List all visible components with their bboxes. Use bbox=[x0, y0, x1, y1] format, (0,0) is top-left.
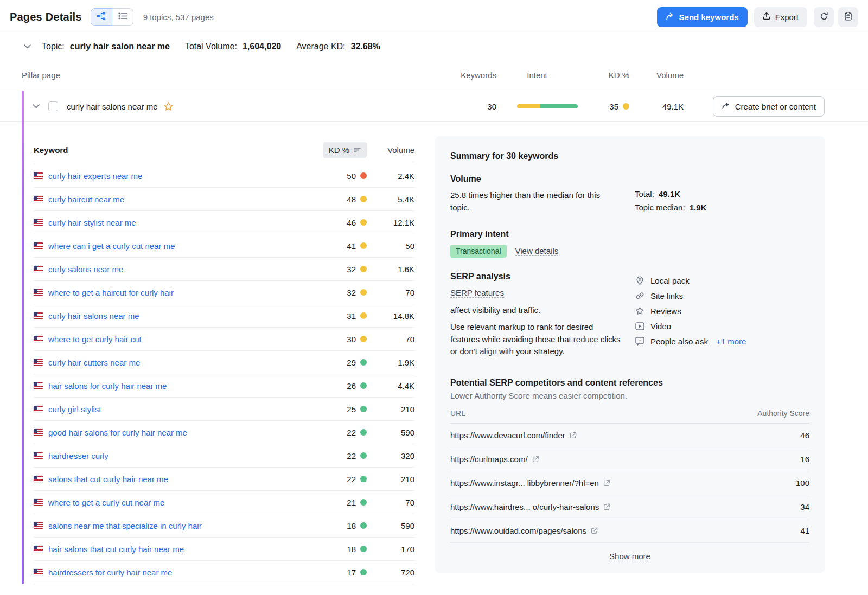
average-kd-label: Average KD: bbox=[296, 42, 345, 52]
kd-value: 31 bbox=[347, 311, 356, 321]
serp-features-link[interactable]: SERP features bbox=[450, 288, 504, 298]
serp-feature-item: ? People also ask +1 more bbox=[635, 334, 746, 349]
pillar-page-column-header[interactable]: Pillar page bbox=[22, 71, 60, 80]
volume-column-header-kw: Volume bbox=[367, 145, 414, 155]
volume-value: 5.4K bbox=[367, 195, 414, 204]
keyword-link[interactable]: hair salons for curly hair near me bbox=[48, 381, 167, 391]
kd-value: 21 bbox=[347, 498, 356, 507]
kd-value: 32 bbox=[347, 288, 356, 297]
sort-descending-icon bbox=[354, 145, 361, 155]
pillar-expand-chevron[interactable] bbox=[31, 103, 41, 110]
us-flag-icon bbox=[34, 429, 43, 436]
serp-description: Use relevant markup to rank for desired … bbox=[450, 321, 623, 358]
kd-sort-header[interactable]: KD % bbox=[323, 142, 367, 158]
feature-more-link[interactable]: +1 more bbox=[716, 337, 746, 346]
keyword-link[interactable]: curly haircut near me bbox=[48, 195, 124, 204]
volume-value: 70 bbox=[367, 288, 414, 297]
keyword-link[interactable]: curly salons near me bbox=[48, 265, 123, 274]
kd-difficulty-dot bbox=[360, 476, 367, 482]
competitor-url[interactable]: https://curlmaps.com/ bbox=[450, 455, 539, 464]
refresh-button[interactable] bbox=[814, 7, 834, 27]
keyword-link[interactable]: where to get a haircut for curly hair bbox=[48, 288, 174, 297]
volume-value: 14.8K bbox=[367, 311, 414, 321]
keyword-row: curly hair stylist near me 46 12.1K bbox=[34, 211, 414, 234]
list-view-icon bbox=[118, 12, 127, 21]
external-link-icon bbox=[603, 503, 610, 510]
intent-badge: Transactional bbox=[450, 245, 507, 258]
us-flag-icon bbox=[34, 219, 43, 226]
us-flag-icon bbox=[34, 382, 43, 389]
feature-label: People also ask bbox=[650, 337, 708, 346]
pillar-page-name[interactable]: curly hair salons near me bbox=[67, 102, 158, 111]
competitor-row: https://www.instagr... libbybrenner/?hl=… bbox=[450, 471, 809, 495]
volume-value: 170 bbox=[367, 545, 414, 554]
keyword-link[interactable]: curly girl stylist bbox=[48, 405, 101, 414]
clipboard-button[interactable] bbox=[838, 7, 858, 27]
view-toggle bbox=[91, 8, 133, 26]
keyword-link[interactable]: curly hair salons near me bbox=[48, 311, 139, 321]
total-volume-label: Total Volume: bbox=[185, 42, 237, 52]
create-brief-button[interactable]: Create brief or content bbox=[713, 96, 825, 117]
keyword-link[interactable]: hairdressers for curly hair near me bbox=[48, 568, 172, 577]
external-link-icon bbox=[570, 432, 577, 439]
topic-collapse-chevron[interactable] bbox=[23, 43, 32, 50]
volume-column-header: Volume bbox=[629, 71, 684, 80]
export-button[interactable]: Export bbox=[754, 7, 807, 27]
keyword-link[interactable]: curly hair experts near me bbox=[48, 171, 142, 181]
pillar-page-row: curly hair salons near me 30 35 49.1K Cr… bbox=[0, 91, 868, 122]
kd-difficulty-dot bbox=[360, 522, 367, 529]
view-details-link[interactable]: View details bbox=[515, 246, 559, 256]
keyword-link[interactable]: where to get curly hair cut bbox=[48, 335, 142, 344]
favorite-star-icon[interactable] bbox=[163, 101, 174, 111]
align-link[interactable]: align bbox=[480, 347, 497, 356]
keyword-link[interactable]: hair salons that cut curly hair near me bbox=[48, 545, 184, 554]
keyword-link[interactable]: good hair salons for curly hair near me bbox=[48, 428, 187, 437]
competitor-rows: https://www.devacurl.com/finder 46 https… bbox=[450, 424, 809, 543]
keyword-link[interactable]: curly hair stylist near me bbox=[48, 218, 136, 227]
keyword-row: hair salons for curly hair near me 26 4.… bbox=[34, 374, 414, 398]
keyword-link[interactable]: hairdresser curly bbox=[48, 451, 108, 460]
keyword-link[interactable]: curly hair cutters near me bbox=[48, 358, 140, 367]
keyword-table-header: Keyword KD % Volume bbox=[34, 136, 414, 164]
list-view-button[interactable] bbox=[112, 8, 133, 26]
feature-label: Video bbox=[650, 322, 671, 331]
keyword-row: hairdressers for curly hair near me 17 7… bbox=[34, 561, 414, 584]
authority-score: 16 bbox=[800, 455, 809, 464]
pillar-checkbox[interactable] bbox=[48, 101, 58, 111]
send-keywords-button[interactable]: Send keywords bbox=[657, 7, 748, 27]
competitor-url[interactable]: https://www.instagr... libbybrenner/?hl=… bbox=[450, 478, 610, 488]
keyword-link[interactable]: salons near me that specialize in curly … bbox=[48, 521, 202, 530]
kd-value: 46 bbox=[347, 218, 356, 227]
us-flag-icon bbox=[34, 266, 43, 272]
pillar-kd-value: 35 bbox=[609, 102, 618, 111]
tree-view-button[interactable] bbox=[91, 8, 112, 26]
keyword-link[interactable]: where to get a curly cut near me bbox=[48, 498, 164, 507]
page-title: Pages Details bbox=[10, 11, 82, 23]
keyword-table-body: curly hair experts near me 50 2.4K curly… bbox=[34, 164, 414, 584]
competitors-heading: Potential SERP competitors and content r… bbox=[450, 378, 809, 388]
keyword-link[interactable]: where can i get a curly cut near me bbox=[48, 241, 175, 251]
topic-median-value: 1.9K bbox=[690, 203, 707, 212]
keyword-table: Keyword KD % Volume curly hair experts n… bbox=[24, 136, 414, 584]
volume-value: 1.6K bbox=[367, 265, 414, 274]
pillar-kd-dot bbox=[623, 103, 629, 110]
topic-label: Topic: bbox=[42, 42, 65, 52]
authority-score: 100 bbox=[796, 478, 809, 488]
competitor-row: https://www.devacurl.com/finder 46 bbox=[450, 424, 809, 447]
competitor-url[interactable]: https://www.devacurl.com/finder bbox=[450, 431, 577, 440]
volume-value: 210 bbox=[367, 405, 414, 414]
clipboard-icon bbox=[845, 12, 852, 22]
pillar-keywords-count: 30 bbox=[431, 102, 496, 111]
reviews-icon bbox=[635, 306, 644, 315]
reduce-link[interactable]: reduce bbox=[573, 335, 598, 344]
kd-difficulty-dot bbox=[360, 266, 367, 272]
primary-intent-heading: Primary intent bbox=[450, 229, 809, 239]
summary-title: Summary for 30 keywords bbox=[450, 151, 809, 161]
us-flag-icon bbox=[34, 452, 43, 459]
us-flag-icon bbox=[34, 546, 43, 552]
volume-value: 590 bbox=[367, 428, 414, 437]
show-more-link[interactable]: Show more bbox=[609, 552, 650, 561]
competitor-url[interactable]: https://www.ouidad.com/pages/salons bbox=[450, 526, 598, 535]
competitor-url[interactable]: https://www.hairdres... o/curly-hair-sal… bbox=[450, 502, 610, 511]
keyword-link[interactable]: salons that cut curly hair near me bbox=[48, 475, 168, 484]
